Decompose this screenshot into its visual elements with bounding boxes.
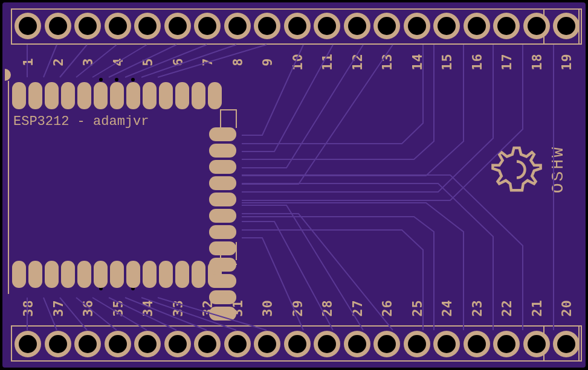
- smd-pad: [175, 261, 189, 288]
- pin-label: 20: [559, 299, 574, 317]
- smd-pad: [175, 82, 189, 109]
- silk-line: [220, 264, 237, 265]
- smd-pad: [28, 82, 42, 109]
- through-hole: [468, 335, 486, 353]
- smd-pad: [209, 225, 236, 239]
- smd-pad: [126, 261, 140, 288]
- through-hole: [497, 17, 515, 35]
- pin-label: 22: [499, 299, 514, 317]
- smd-pad: [61, 82, 75, 109]
- smd-pad: [209, 307, 236, 321]
- orientation-mark: [5, 69, 11, 81]
- pin-label: 14: [409, 53, 424, 71]
- silk-line: [220, 109, 221, 129]
- pcb-board: 12345678910111213141516171819 3837363534…: [2, 2, 586, 368]
- through-hole: [288, 335, 306, 353]
- through-hole: [378, 17, 396, 35]
- smd-pad: [209, 209, 236, 223]
- smd-pad: [45, 261, 59, 288]
- smd-pad: [94, 261, 108, 288]
- pin-label: 26: [380, 299, 395, 317]
- through-hole: [228, 17, 247, 35]
- through-hole: [288, 17, 306, 35]
- through-hole: [198, 17, 216, 35]
- through-hole: [348, 17, 366, 35]
- module-pads-top: [12, 82, 222, 109]
- top-hole-row: [19, 17, 575, 35]
- smd-pad: [143, 261, 157, 288]
- pin-label: 11: [320, 53, 335, 71]
- through-hole: [169, 335, 187, 353]
- module-pads-right: [209, 127, 236, 321]
- pin-label: 12: [349, 53, 364, 71]
- smd-pad: [209, 176, 236, 190]
- through-hole: [138, 17, 157, 35]
- smd-pad: [77, 261, 91, 288]
- through-hole: [318, 335, 336, 353]
- pin-label: 16: [469, 53, 484, 71]
- silk-line: [220, 109, 237, 110]
- through-hole: [19, 17, 37, 35]
- silk-line: [236, 242, 237, 260]
- oshw-logo: OSHW: [489, 142, 567, 197]
- pin-label: 13: [380, 53, 395, 71]
- pin-label: 18: [529, 53, 544, 71]
- pin-label: 3: [80, 53, 95, 71]
- smd-pad: [94, 82, 108, 109]
- oshw-text: OSHW: [549, 145, 567, 193]
- smd-pad: [209, 241, 236, 255]
- pin-label: 10: [289, 53, 305, 71]
- through-hole: [258, 335, 276, 353]
- smd-pad: [28, 261, 42, 288]
- silk-line: [8, 81, 9, 294]
- pin-label: 25: [409, 299, 424, 317]
- pin-label: 33: [170, 299, 185, 317]
- pin-label: 17: [499, 53, 514, 71]
- smd-pad: [209, 160, 236, 174]
- smd-pad: [209, 274, 236, 288]
- through-hole: [109, 17, 127, 35]
- pin-label: 35: [110, 299, 125, 317]
- fiducial-dot: [115, 78, 118, 81]
- through-hole: [198, 335, 216, 353]
- through-hole: [169, 17, 187, 35]
- top-pin-labels: 12345678910111213141516171819: [19, 54, 575, 69]
- through-hole: [438, 335, 456, 353]
- smd-pad: [77, 82, 91, 109]
- through-hole: [19, 335, 37, 353]
- through-hole: [49, 17, 67, 35]
- pin-label: 2: [50, 53, 65, 71]
- through-hole: [79, 335, 97, 353]
- smd-pad: [12, 82, 26, 109]
- through-hole: [318, 17, 336, 35]
- smd-pad: [61, 261, 75, 288]
- through-hole: [378, 335, 396, 353]
- smd-pad: [143, 82, 157, 109]
- smd-pad: [126, 82, 140, 109]
- smd-pad: [192, 261, 205, 288]
- through-hole: [228, 335, 247, 353]
- pin-label: 8: [230, 53, 245, 71]
- bottom-hole-row: [19, 335, 575, 353]
- pin-label: 27: [349, 299, 364, 317]
- through-hole: [438, 17, 456, 35]
- smd-pad: [12, 261, 26, 288]
- smd-pad: [110, 261, 124, 288]
- fiducial-dot: [99, 78, 103, 81]
- through-hole: [49, 335, 67, 353]
- through-hole: [528, 17, 546, 35]
- smd-pad: [45, 82, 59, 109]
- pin-label: 5: [140, 53, 155, 71]
- smd-pad: [209, 144, 236, 158]
- silk-line: [236, 110, 237, 128]
- through-hole: [557, 335, 575, 353]
- pin-label: 38: [21, 299, 36, 317]
- pin-label: 21: [529, 299, 544, 317]
- bottom-pin-labels: 38373635343332313029282726252423222120: [19, 301, 575, 316]
- pin-label: 36: [80, 299, 95, 317]
- smd-pad: [159, 82, 173, 109]
- smd-pad: [209, 290, 236, 304]
- pin-label: 6: [170, 53, 185, 71]
- pin-label: 9: [260, 53, 275, 71]
- pin-label: 34: [140, 299, 155, 317]
